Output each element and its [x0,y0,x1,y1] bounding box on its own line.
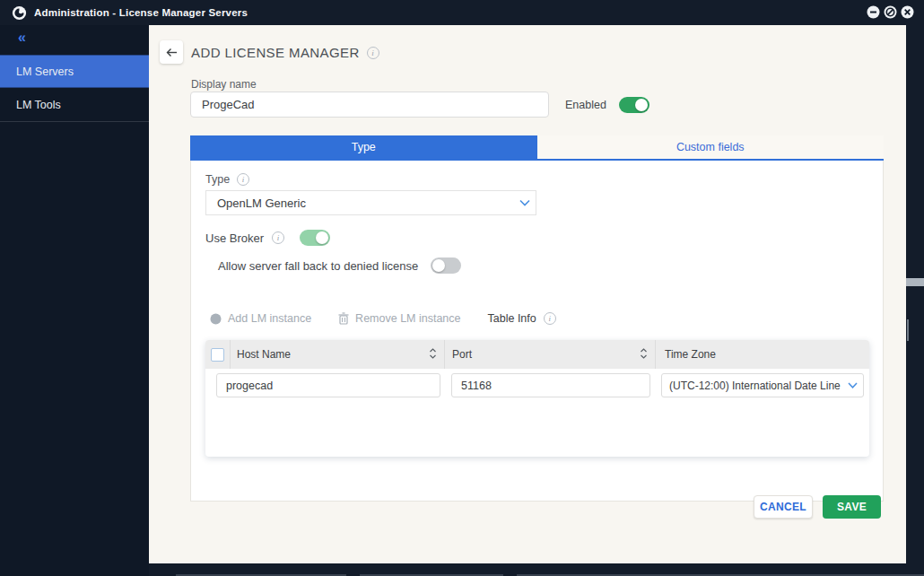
page-title: ADD LICENSE MANAGER [191,45,360,60]
add-lm-instance-button[interactable]: Add LM instance [210,312,311,325]
sidebar-item-lm-servers[interactable]: LM Servers [0,55,149,88]
sidebar-item-lm-tools[interactable]: LM Tools [0,89,149,122]
background-scrollbar-fragment [907,319,909,341]
sort-icon[interactable] [429,347,437,362]
tab-custom-fields[interactable]: Custom fields [537,135,885,159]
back-button[interactable] [160,40,183,64]
column-header-time-zone[interactable]: Time Zone [656,340,869,369]
remove-lm-instance-button[interactable]: Remove LM instance [338,312,460,325]
type-label: Type [205,173,230,186]
display-name-label: Display name [191,78,257,91]
type-select[interactable]: OpenLM Generic [205,190,536,215]
add-circle-icon [210,313,222,325]
column-header-host-name[interactable]: Host Name [231,340,445,369]
table-toolbar: Add LM instance Remove LM instance Table… [210,312,556,325]
type-tab-panel: Type i OpenLM Generic Use Broker i Allow… [190,161,884,502]
trash-icon [338,312,349,325]
background-scrollbar-fragment [906,278,924,286]
close-icon[interactable] [901,5,914,19]
tab-type[interactable]: Type [190,135,537,159]
host-name-input[interactable] [216,373,440,397]
window-right-edge [906,25,924,576]
port-input[interactable] [451,373,650,397]
window-bottom-edge [149,563,906,576]
restore-disabled-icon[interactable] [884,5,897,19]
chevron-down-icon [514,199,536,206]
table-info-icon: i [544,312,556,325]
sort-icon[interactable] [640,347,648,362]
select-all-checkbox[interactable] [211,348,224,362]
time-zone-select[interactable]: (UTC-12:00) International Date Line W [661,373,864,397]
use-broker-info-icon[interactable]: i [272,231,284,244]
display-name-input[interactable] [190,92,549,118]
column-header-port[interactable]: Port [445,340,656,369]
minimize-icon[interactable] [867,5,880,19]
enabled-label: Enabled [565,99,606,111]
page-title-info-icon[interactable]: i [367,47,379,59]
back-arrow-icon [166,48,178,57]
tab-bar: Type Custom fields [190,135,884,161]
chevron-down-icon [841,382,863,388]
sidebar-collapse-icon[interactable]: « [18,30,25,46]
table-header-row: Host Name Port [205,340,869,369]
enabled-toggle[interactable] [619,97,649,113]
window-title: Administration - License Manager Servers [34,7,248,18]
lm-instances-table: Host Name Port [205,340,869,457]
type-select-value: OpenLM Generic [206,196,514,210]
sidebar-item-label: LM Servers [16,65,74,78]
type-info-icon[interactable]: i [237,173,249,186]
main-content: ADD LICENSE MANAGER i Display name Enabl… [149,25,906,563]
cancel-button[interactable]: CANCEL [754,495,813,519]
use-broker-toggle[interactable] [300,230,330,246]
table-row: (UTC-12:00) International Date Line W [205,369,869,399]
fallback-toggle[interactable] [431,257,461,274]
use-broker-label: Use Broker [205,231,264,245]
time-zone-value: (UTC-12:00) International Date Line W [662,380,841,392]
save-button[interactable]: SAVE [823,495,881,519]
window-titlebar: Administration - License Manager Servers [0,0,924,25]
sidebar: « LM Servers LM Tools [0,25,149,576]
app-logo-icon [12,5,27,21]
sidebar-item-label: LM Tools [16,99,61,111]
fallback-label: Allow server fall back to denied license [218,259,418,273]
table-info-button[interactable]: Table Info i [488,312,556,325]
